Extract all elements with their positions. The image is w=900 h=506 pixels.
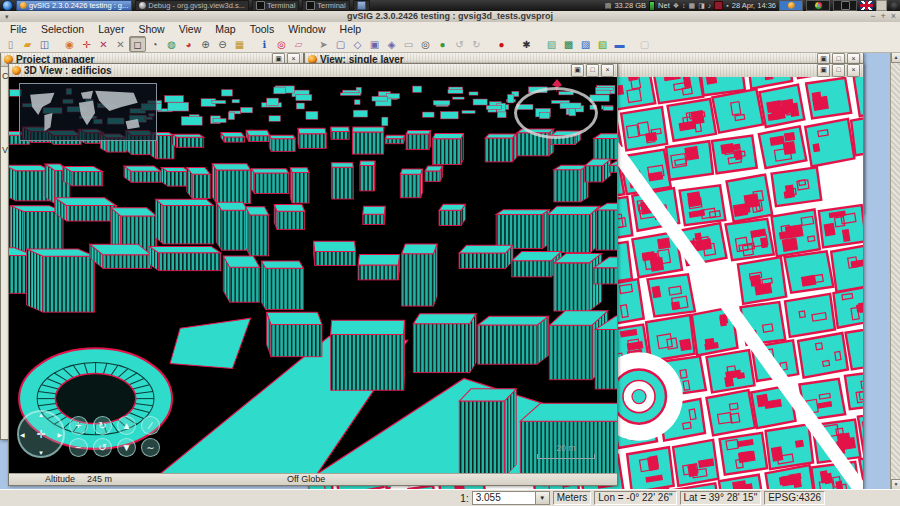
scale-value[interactable]: 3.055 [472, 491, 536, 505]
rotate-ccw-button[interactable]: ↺ [93, 438, 112, 457]
menu-show[interactable]: Show [131, 23, 171, 35]
new-document-button[interactable]: ▯ [2, 36, 19, 52]
select-rectangle-button[interactable]: ▢ [332, 36, 349, 52]
menu-layer[interactable]: Layer [91, 23, 131, 35]
maximize-window-button[interactable]: □ [586, 64, 599, 77]
restore-window-button[interactable]: ▣ [817, 64, 830, 77]
chevron-down-icon[interactable]: ▼ [536, 491, 550, 505]
app-window-controls: − + × [870, 11, 896, 22]
maximize-window-button[interactable]: □ [832, 64, 845, 77]
show-desktop-icon[interactable] [876, 0, 887, 11]
workspace-2-thumbnail[interactable] [806, 0, 830, 11]
undo-button[interactable]: ↺ [451, 36, 468, 52]
taskbar-item[interactable] [353, 0, 370, 11]
select-polygon-button[interactable]: ◇ [349, 36, 366, 52]
hyperlink-button[interactable]: ● [434, 36, 451, 52]
statusbar: 1: 3.055 ▼ Meters Lon = -0° 22' 26" Lat … [0, 489, 900, 506]
zoom-in-button[interactable]: ⊕ [197, 36, 214, 52]
network-icon[interactable]: ❖ [673, 1, 679, 10]
clipboard-icon[interactable]: ▪ [726, 1, 728, 10]
menu-map[interactable]: Map [208, 23, 242, 35]
menu-help[interactable]: Help [333, 23, 369, 35]
select-arrow-button[interactable]: ➤ [315, 36, 332, 52]
raster-tools-button[interactable]: ▩ [560, 36, 577, 52]
gvsig-orb-icon [12, 66, 21, 75]
taskbar-item-label: Terminal [317, 1, 345, 10]
highlight-ellipse-annotation [514, 87, 598, 139]
pan-up-icon[interactable]: ▲ [38, 412, 44, 418]
workspace-1-thumbnail[interactable] [779, 0, 803, 11]
tilt-up-button[interactable]: ▲ [117, 416, 136, 435]
center-to-point-button[interactable]: ◎ [417, 36, 434, 52]
select-buffer-button[interactable]: ◈ [383, 36, 400, 52]
zoom-in-button[interactable]: + [69, 416, 88, 435]
zoom-previous-button[interactable]: ✕ [95, 36, 112, 52]
taskbar-item[interactable]: gvSIG 2.3.0.2426 testing : g... [16, 0, 132, 11]
workspace-3-thumbnail[interactable] [833, 0, 857, 11]
menu-view[interactable]: View [172, 23, 209, 35]
select-layer-button[interactable]: ▣ [366, 36, 383, 52]
menu-window[interactable]: Window [281, 23, 332, 35]
view3d-canvas[interactable]: ▲ ▼ ◀ ▶ ✛ +↻▲∕−↺▼∼ 20 m [9, 77, 617, 474]
scroll-up-icon[interactable]: ▲ [891, 52, 900, 63]
measure-distance-button[interactable]: ◎ [273, 36, 290, 52]
restore-window-button[interactable]: ▣ [571, 64, 584, 77]
zoom-rectangle-button[interactable]: ◻ [129, 36, 146, 52]
pan-right-icon[interactable]: ▶ [57, 431, 62, 438]
bluetooth-icon[interactable]: ↕ [682, 1, 686, 10]
geoprocess-button[interactable]: ▧ [543, 36, 560, 52]
pan-left-icon[interactable]: ◀ [20, 431, 25, 438]
view3d-statusbar: Altitude 245 m Off Globe [9, 473, 617, 485]
locator-map-button[interactable]: ▦ [231, 36, 248, 52]
tilt-down-button[interactable]: ▼ [117, 438, 136, 457]
app-title: gvSIG 2.3.0.2426 testing : gvsig3d_tests… [0, 11, 900, 22]
zoom-world-button[interactable]: ◍ [163, 36, 180, 52]
taskbar-item[interactable]: Terminal [252, 0, 299, 11]
close-window-button[interactable]: × [847, 64, 860, 77]
close-button[interactable]: × [891, 11, 896, 22]
measure-area-button[interactable]: ▱ [290, 36, 307, 52]
menu-selection[interactable]: Selection [34, 23, 91, 35]
pan-tool-button[interactable]: ◉ [61, 36, 78, 52]
zoom-magnifier-button[interactable]: ◔ [146, 36, 163, 52]
pointer-tool-icon[interactable] [890, 1, 898, 10]
volume-icon[interactable]: ♪ [708, 1, 712, 10]
scale-combobox[interactable]: 3.055 ▼ [472, 491, 550, 505]
close-window-button[interactable]: × [601, 64, 614, 77]
minimize-button[interactable]: − [870, 11, 875, 22]
toolbox-button[interactable]: ✱ [518, 36, 535, 52]
taskbar-item[interactable]: Terminal [302, 0, 349, 11]
app-launcher-icon[interactable] [2, 0, 13, 11]
save-project-button[interactable]: ◫ [36, 36, 53, 52]
zoom-out-button[interactable]: ⊖ [214, 36, 231, 52]
level-view-button[interactable]: ∼ [141, 438, 160, 457]
rotate-cw-button[interactable]: ↻ [93, 416, 112, 435]
view3d-pan-pad[interactable]: ▲ ▼ ◀ ▶ ✛ [17, 410, 65, 458]
view3d-titlebar[interactable]: 3D View : edificios ▣ □ × [9, 64, 617, 78]
stop-editing-button[interactable]: ● [493, 36, 510, 52]
keyboard-layout-flag-icon[interactable] [860, 1, 873, 10]
open-project-button[interactable]: ▰ [19, 36, 36, 52]
menu-file[interactable]: File [3, 23, 34, 35]
zoom-selection-button[interactable]: ◕ [180, 36, 197, 52]
print-map-button[interactable]: ▬ [611, 36, 628, 52]
roll-right-button[interactable]: ∕ [141, 416, 160, 435]
menu-tools[interactable]: Tools [243, 23, 282, 35]
info-by-point-button[interactable]: ℹ [256, 36, 273, 52]
mdi-vertical-scrollbar[interactable]: ▲ ▼ [890, 52, 900, 490]
clear-selection-button[interactable]: ▭ [400, 36, 417, 52]
disabled-tool-button[interactable]: ▢ [636, 36, 653, 52]
mail-icon[interactable]: ◨ [698, 1, 705, 10]
redo-button[interactable]: ↻ [468, 36, 485, 52]
maximize-button[interactable]: + [880, 11, 885, 22]
raster-analysis-button[interactable]: ▨ [577, 36, 594, 52]
pan-center-icon[interactable]: ✛ [36, 428, 45, 441]
display-icon[interactable]: ▦ [689, 1, 696, 10]
recording-icon[interactable] [714, 1, 723, 10]
image-export-button[interactable]: ▧ [594, 36, 611, 52]
taskbar-item[interactable]: Debug - org.gvsig.view3d.s... [135, 0, 249, 11]
pan-down-icon[interactable]: ▼ [38, 450, 44, 456]
zoom-full-extent-button[interactable]: ✛ [78, 36, 95, 52]
zoom-out-button[interactable]: − [69, 438, 88, 457]
zoom-next-button[interactable]: ✕ [112, 36, 129, 52]
